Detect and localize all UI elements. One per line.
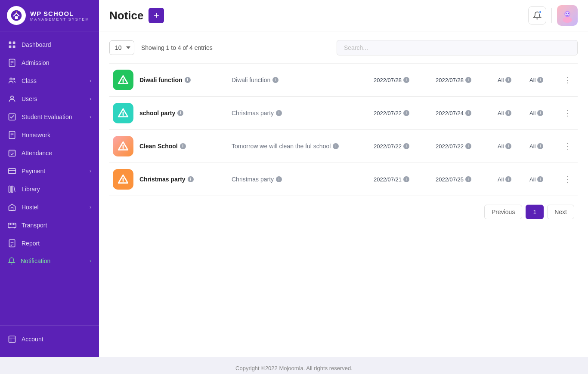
notice-detail-1: Diwali function i (232, 77, 368, 83)
chevron-icon-notification: › (90, 258, 91, 264)
notice-detail-col-3: Tomorrow we will clean the ful school i (232, 143, 368, 150)
add-notice-button[interactable]: + (149, 8, 164, 23)
notice-menu-button-1[interactable]: ⋮ (560, 74, 575, 86)
main-content: Notice + (99, 0, 588, 357)
sidebar-label-report: Report (22, 240, 40, 247)
notice-detail-col-4: Christmas party i (232, 176, 368, 183)
sidebar-label-admission: Admission (22, 59, 50, 66)
sidebar-label-account: Account (22, 336, 43, 343)
notice-date-to-col-3: 2022/07/22 i (436, 143, 492, 150)
notice-menu-col-1: ⋮ (561, 74, 574, 86)
notice-date-from-col-3: 2022/07/22 i (374, 143, 430, 150)
header-actions (528, 5, 578, 26)
logo-icon (7, 6, 26, 25)
notice-section-info-1[interactable]: i (537, 77, 543, 83)
notice-section-info-3[interactable]: i (537, 143, 543, 149)
notice-title-info-3[interactable]: i (180, 143, 186, 149)
notice-class-info-2[interactable]: i (505, 110, 511, 116)
notice-menu-button-3[interactable]: ⋮ (560, 140, 575, 153)
svg-rect-25 (8, 223, 16, 228)
sidebar-item-report[interactable]: Report (0, 234, 99, 252)
sidebar-item-transport[interactable]: Transport (0, 216, 99, 234)
svg-point-27 (13, 227, 15, 228)
notice-icon-1 (113, 70, 133, 90)
notice-row: Diwali function i Diwali function i 2022… (109, 63, 578, 96)
notice-class-info-1[interactable]: i (505, 77, 511, 83)
svg-rect-24 (11, 208, 13, 211)
svg-point-39 (563, 17, 572, 23)
entries-per-page-select[interactable]: 10 25 50 (109, 40, 134, 55)
page-footer: Copyright ©2022 Mojoomla. All rights res… (0, 357, 588, 374)
user-avatar-button[interactable] (557, 5, 578, 26)
previous-page-button[interactable]: Previous (484, 205, 522, 219)
sidebar-item-payment[interactable]: Payment › (0, 162, 99, 180)
sidebar-label-student-evaluation: Student Evaluation (22, 113, 72, 120)
notice-title-col-1: Diwali function i (139, 77, 226, 83)
svg-point-50 (123, 181, 124, 183)
notice-detail-info-2[interactable]: i (276, 110, 282, 116)
pagination: Previous 1 Next (109, 196, 578, 224)
next-page-button[interactable]: Next (547, 205, 574, 219)
notice-row: Clean School i Tomorrow we will clean th… (109, 129, 578, 162)
notice-section-info-2[interactable]: i (537, 110, 543, 116)
header-title-area: Notice + (109, 8, 528, 23)
table-controls: 10 25 50 Showing 1 to 4 of 4 entries (109, 40, 578, 55)
notice-title-info-4[interactable]: i (188, 176, 194, 182)
sidebar-item-users[interactable]: Users › (0, 90, 99, 108)
notice-menu-button-4[interactable]: ⋮ (560, 173, 575, 186)
notice-class-info-3[interactable]: i (505, 143, 511, 149)
sidebar-item-class[interactable]: Class › (0, 72, 99, 90)
notice-date-to-col-1: 2022/07/28 i (436, 77, 492, 83)
sidebar-item-attendance[interactable]: Attendance (0, 144, 99, 162)
notice-date-from-info-2[interactable]: i (403, 110, 409, 116)
search-input[interactable] (337, 40, 578, 55)
sidebar-item-account[interactable]: Account (0, 330, 99, 348)
sidebar-bottom: Account (0, 325, 99, 357)
sidebar-item-admission[interactable]: Admission (0, 54, 99, 72)
sidebar-label-notification: Notification (21, 258, 50, 264)
notice-detail-info-1[interactable]: i (272, 77, 279, 83)
notice-detail-2: Christmas party i (232, 110, 368, 116)
chevron-icon-evaluation: › (90, 114, 91, 120)
notice-class-info-4[interactable]: i (505, 176, 511, 182)
notice-detail-info-4[interactable]: i (276, 176, 282, 182)
notice-detail-info-3[interactable]: i (333, 143, 339, 149)
notice-class-col-3: All i (498, 143, 523, 150)
sidebar-item-student-evaluation[interactable]: Student Evaluation › (0, 108, 99, 126)
svg-point-46 (123, 115, 124, 116)
notice-menu-button-2[interactable]: ⋮ (560, 107, 575, 120)
sidebar-item-homework[interactable]: Homework (0, 126, 99, 144)
logo-text: WP SCHOOL MANAGEMENT SYSTEM (30, 10, 90, 21)
notice-date-to-info-1[interactable]: i (465, 77, 471, 83)
page-1-button[interactable]: 1 (526, 205, 544, 219)
notice-title-info-1[interactable]: i (185, 77, 191, 83)
svg-rect-22 (9, 186, 10, 193)
svg-point-11 (13, 78, 15, 80)
svg-rect-5 (13, 46, 15, 48)
notices-list: Diwali function i Diwali function i 2022… (109, 63, 578, 196)
notice-row: school party i Christmas party i 2022/07… (109, 96, 578, 129)
svg-point-44 (123, 82, 124, 83)
notice-title-info-2[interactable]: i (177, 110, 183, 116)
notice-detail-col-1: Diwali function i (232, 77, 368, 83)
sidebar-item-notification[interactable]: Notification › (0, 252, 99, 270)
notice-title-1: Diwali function i (139, 77, 226, 83)
notice-date-from-info-1[interactable]: i (403, 77, 409, 83)
notice-date-to-info-4[interactable]: i (465, 176, 471, 182)
notice-section-info-4[interactable]: i (537, 176, 543, 182)
svg-point-41 (566, 13, 567, 14)
avatar-image (560, 8, 575, 23)
notice-class-col-4: All i (498, 176, 523, 183)
notice-date-from-info-3[interactable]: i (403, 143, 409, 149)
chevron-icon-hostel: › (90, 204, 91, 210)
svg-point-42 (568, 13, 569, 14)
notice-date-to-info-2[interactable]: i (465, 110, 471, 116)
sidebar-item-library[interactable]: Library (0, 180, 99, 198)
notice-date-from-info-4[interactable]: i (403, 176, 409, 182)
page-title: Notice (109, 9, 143, 22)
notice-detail-col-2: Christmas party i (232, 110, 368, 116)
notifications-bell-button[interactable] (528, 6, 546, 25)
notice-date-to-info-3[interactable]: i (465, 143, 471, 149)
sidebar-item-hostel[interactable]: Hostel › (0, 198, 99, 216)
sidebar-item-dashboard[interactable]: Dashboard (0, 36, 99, 54)
